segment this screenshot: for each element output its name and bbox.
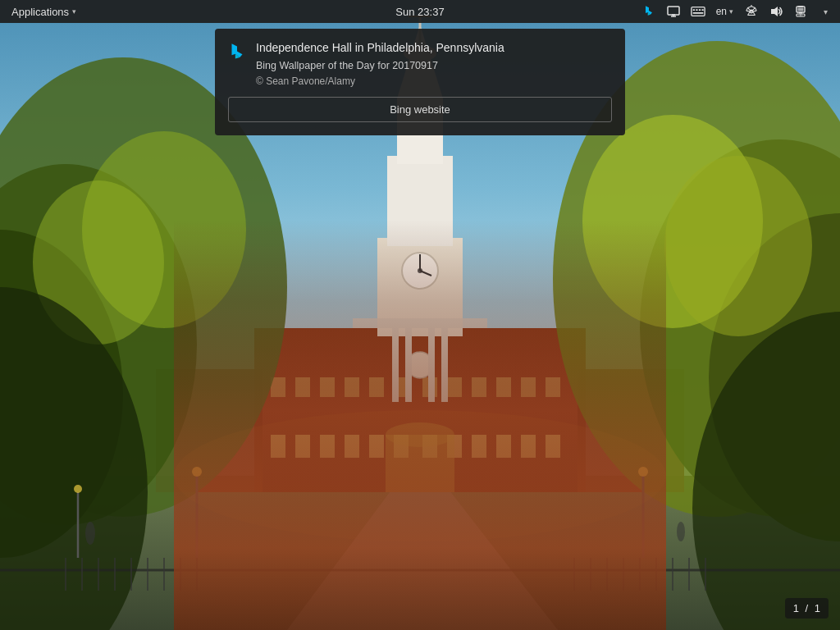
language-chevron: ▾ bbox=[729, 7, 733, 16]
svg-rect-30 bbox=[386, 435, 454, 492]
bing-website-button[interactable]: Bing website bbox=[228, 97, 612, 122]
bing-logo bbox=[228, 42, 246, 68]
svg-point-31 bbox=[386, 422, 454, 447]
svg-point-62 bbox=[192, 467, 202, 477]
svg-rect-17 bbox=[546, 435, 560, 458]
volume-button[interactable] bbox=[765, 0, 788, 23]
taskbar-left: Applications ▾ bbox=[0, 0, 637, 23]
svg-line-105 bbox=[748, 11, 751, 15]
svg-rect-110 bbox=[798, 8, 804, 11]
svg-rect-47 bbox=[428, 328, 435, 402]
svg-rect-8 bbox=[320, 435, 335, 458]
applications-label: Applications bbox=[11, 6, 69, 18]
svg-rect-44 bbox=[353, 318, 487, 328]
display-button[interactable] bbox=[662, 0, 685, 23]
svg-rect-95 bbox=[696, 9, 697, 11]
svg-line-106 bbox=[753, 11, 756, 15]
svg-rect-46 bbox=[405, 328, 412, 402]
svg-rect-9 bbox=[345, 435, 359, 458]
svg-point-87 bbox=[677, 522, 685, 541]
page-current: 1 bbox=[793, 602, 799, 614]
svg-rect-16 bbox=[521, 435, 536, 458]
svg-line-100 bbox=[746, 8, 748, 11]
svg-rect-96 bbox=[699, 9, 701, 11]
bing-image-title: Independence Hall in Philadelphia, Penns… bbox=[256, 40, 612, 57]
keyboard-button[interactable] bbox=[687, 0, 710, 23]
display-icon bbox=[667, 5, 680, 18]
svg-point-88 bbox=[174, 410, 666, 541]
svg-line-104 bbox=[753, 11, 756, 11]
svg-rect-94 bbox=[692, 9, 694, 11]
svg-rect-28 bbox=[521, 377, 536, 397]
svg-rect-23 bbox=[394, 377, 409, 397]
svg-rect-13 bbox=[447, 435, 462, 458]
svg-rect-21 bbox=[345, 377, 359, 397]
datetime-display: Sun 23:37 bbox=[395, 6, 444, 18]
svg-rect-45 bbox=[392, 328, 399, 402]
svg-rect-19 bbox=[295, 377, 310, 397]
svg-rect-14 bbox=[472, 435, 486, 458]
svg-rect-20 bbox=[320, 377, 335, 397]
bing-popup-header: Independence Hall in Philadelphia, Penns… bbox=[228, 40, 612, 87]
page-total: 1 bbox=[815, 602, 820, 614]
svg-rect-32 bbox=[377, 238, 463, 336]
power-icon bbox=[794, 5, 807, 18]
svg-marker-2 bbox=[287, 476, 558, 630]
svg-rect-33 bbox=[387, 156, 453, 246]
svg-rect-7 bbox=[295, 435, 310, 458]
network-button[interactable] bbox=[740, 0, 763, 23]
system-tray-expand[interactable]: ▾ bbox=[814, 0, 837, 23]
taskbar-right: en ▾ bbox=[637, 0, 840, 23]
applications-arrow: ▾ bbox=[72, 7, 76, 16]
bing-image-date: Bing Wallpaper of the Day for 20170917 bbox=[256, 59, 612, 74]
svg-rect-27 bbox=[496, 377, 511, 397]
svg-line-103 bbox=[746, 11, 750, 11]
power-button[interactable] bbox=[789, 0, 812, 23]
svg-point-66 bbox=[74, 485, 82, 493]
svg-rect-22 bbox=[369, 377, 384, 397]
svg-rect-24 bbox=[422, 377, 437, 397]
volume-icon bbox=[769, 5, 783, 18]
svg-point-58 bbox=[664, 156, 812, 336]
svg-point-36 bbox=[402, 253, 438, 289]
svg-line-39 bbox=[420, 271, 431, 276]
bing-icon bbox=[642, 5, 655, 18]
page-counter: 1 / 1 bbox=[785, 598, 829, 619]
svg-point-86 bbox=[85, 522, 95, 545]
network-icon bbox=[744, 5, 759, 18]
svg-rect-111 bbox=[799, 12, 802, 14]
svg-point-64 bbox=[638, 467, 648, 477]
svg-rect-10 bbox=[369, 435, 384, 458]
svg-rect-11 bbox=[394, 435, 409, 458]
svg-rect-29 bbox=[546, 377, 560, 397]
bing-image-copyright: © Sean Pavone/Alamy bbox=[256, 75, 612, 87]
taskbar: Applications ▾ Sun 23:37 bbox=[0, 0, 840, 23]
svg-rect-98 bbox=[692, 12, 703, 14]
svg-rect-89 bbox=[668, 7, 679, 15]
keyboard-icon bbox=[691, 5, 705, 18]
svg-rect-3 bbox=[254, 328, 586, 492]
svg-point-37 bbox=[418, 268, 422, 273]
svg-rect-18 bbox=[271, 377, 285, 397]
svg-marker-108 bbox=[771, 7, 778, 16]
expand-arrow: ▾ bbox=[824, 7, 828, 16]
svg-rect-25 bbox=[447, 377, 462, 397]
language-button[interactable]: en ▾ bbox=[711, 0, 738, 23]
svg-line-101 bbox=[755, 8, 756, 11]
svg-point-40 bbox=[407, 352, 433, 378]
svg-rect-93 bbox=[692, 7, 705, 16]
language-label: en bbox=[716, 6, 727, 17]
svg-rect-26 bbox=[472, 377, 486, 397]
svg-rect-112 bbox=[798, 6, 803, 7]
svg-rect-48 bbox=[441, 328, 448, 402]
bing-info-popup: Independence Hall in Philadelphia, Penns… bbox=[215, 29, 625, 135]
svg-rect-97 bbox=[701, 9, 703, 11]
bing-taskbar-button[interactable] bbox=[637, 0, 660, 23]
applications-menu[interactable]: Applications ▾ bbox=[7, 0, 81, 23]
bing-popup-text: Independence Hall in Philadelphia, Penns… bbox=[256, 40, 612, 87]
taskbar-center: Sun 23:37 bbox=[395, 6, 444, 18]
svg-rect-12 bbox=[422, 435, 437, 458]
svg-rect-15 bbox=[496, 435, 511, 458]
page-separator: / bbox=[806, 602, 809, 614]
svg-rect-6 bbox=[271, 435, 285, 458]
